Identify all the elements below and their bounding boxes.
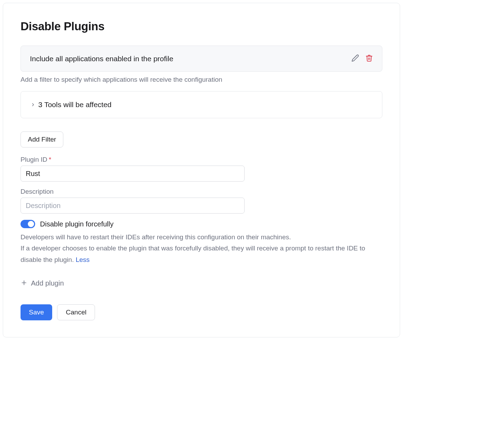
action-buttons: Save Cancel [21,304,382,320]
plus-icon [21,279,27,288]
delete-icon [365,54,373,63]
forceful-toggle-row: Disable plugin forcefully [21,220,382,228]
profile-filter-actions [351,54,373,63]
add-plugin-button[interactable]: Add plugin [21,279,382,288]
filter-hint: Add a filter to specify which applicatio… [21,76,382,83]
plugin-id-label-text: Plugin ID [21,156,47,163]
plugin-id-input[interactable] [21,166,245,182]
page-title: Disable Plugins [21,20,382,33]
cancel-button[interactable]: Cancel [57,304,95,320]
add-filter-button[interactable]: Add Filter [21,131,63,147]
help-line-1: Developers will have to restart their ID… [21,233,291,241]
description-input[interactable] [21,198,245,214]
affected-tools-label: 3 Tools will be affected [38,101,112,109]
forceful-help-text: Developers will have to restart their ID… [21,232,382,265]
forceful-toggle-label: Disable plugin forcefully [40,220,113,228]
edit-icon [351,54,359,63]
profile-filter-label: Include all applications enabled in the … [30,55,173,63]
required-indicator: * [49,156,51,163]
disable-plugins-page: Disable Plugins Include all applications… [3,3,400,337]
forceful-toggle[interactable] [21,220,35,228]
plugin-id-label: Plugin ID* [21,156,382,163]
save-button[interactable]: Save [21,304,52,320]
chevron-right-icon [31,102,35,107]
affected-tools-card[interactable]: 3 Tools will be affected [21,91,382,118]
profile-filter-card: Include all applications enabled in the … [21,46,382,72]
delete-button[interactable] [365,54,373,63]
add-plugin-label: Add plugin [31,279,64,287]
edit-button[interactable] [351,54,359,63]
toggle-thumb [28,221,34,227]
help-line-2: If a developer chooses to enable the plu… [21,245,365,263]
description-label: Description [21,188,382,195]
less-link[interactable]: Less [75,256,89,263]
